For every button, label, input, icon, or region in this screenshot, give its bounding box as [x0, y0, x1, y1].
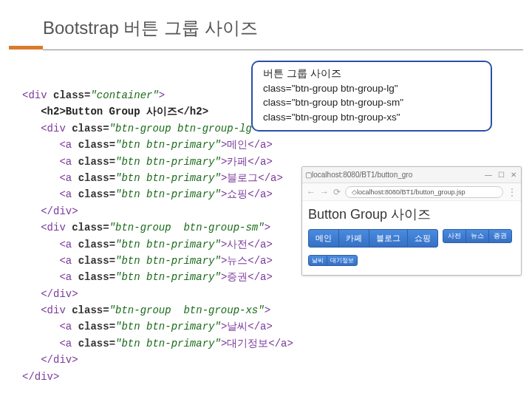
url-text: localhost:8080/BT1/button_group.jsp [357, 188, 466, 196]
btn-dict[interactable]: 사전 [443, 229, 466, 243]
code-text: > [159, 89, 165, 101]
page-icon: ▢ [305, 171, 312, 179]
code-text: class= [78, 239, 115, 250]
code-text: </div> [22, 205, 78, 217]
code-text: class= [78, 139, 115, 151]
code-text: >블로그</a> [221, 172, 283, 184]
code-text: </div> [22, 354, 78, 366]
callout-line: class="btn-group btn-group-xs" [263, 110, 480, 125]
code-text: "btn btn-primary" [115, 188, 221, 200]
code-text: "btn btn-primary" [115, 139, 221, 151]
code-text: "btn btn-primary" [115, 271, 221, 283]
code-text: >사전</a> [221, 239, 273, 250]
address-bar: ← → ⟳ ◇ localhost:8080/BT1/button_group.… [302, 183, 521, 201]
code-text: class= [78, 188, 115, 200]
accent-bar [9, 46, 43, 50]
code-text: "btn btn-primary" [115, 239, 221, 250]
page-heading: Button Group 사이즈 [308, 205, 515, 223]
code-text: class= [72, 123, 109, 134]
minimize-icon[interactable]: — [485, 171, 492, 179]
code-text: class= [78, 255, 115, 267]
browser-titlebar: ▢ localhost:8080/BT1/button_gro — ☐ ✕ [302, 167, 521, 183]
code-text: >대기정보</a> [221, 338, 293, 349]
btn-shopping[interactable]: 쇼핑 [407, 229, 438, 248]
reload-icon[interactable]: ⟳ [333, 187, 341, 197]
slide-title: Bootstrap 버튼 그룹 사이즈 [0, 0, 532, 46]
btn-group-sm: 사전 뉴스 증권 [443, 229, 512, 243]
btn-stock[interactable]: 증권 [488, 229, 512, 243]
code-text: class= [53, 89, 90, 101]
btn-cafe[interactable]: 카페 [338, 229, 369, 248]
btn-group-xs: 날씨 대기정보 [308, 255, 358, 266]
close-icon[interactable]: ✕ [511, 171, 516, 179]
code-text: <a [22, 172, 78, 184]
code-text: </div> [22, 371, 59, 383]
code-text: <a [22, 156, 78, 168]
code-text: "container" [90, 89, 158, 101]
btn-group-lg: 메인 카페 블로그 쇼핑 [308, 229, 438, 248]
code-text: "btn-group btn-group-sm" [109, 222, 265, 233]
code-text: <div [22, 123, 72, 134]
tab-title[interactable]: localhost:8080/BT1/button_gro [312, 171, 485, 179]
code-text: "btn btn-primary" [115, 338, 221, 349]
code-text: <a [22, 139, 78, 151]
code-text: class= [72, 222, 109, 233]
code-text: <div [22, 304, 72, 316]
btn-main[interactable]: 메인 [308, 229, 339, 248]
code-block: <div class="container"> <h2>Button Group… [22, 87, 293, 385]
code-text: class= [78, 338, 115, 349]
code-text: >카페</a> [221, 156, 273, 168]
code-text: > [265, 304, 270, 316]
code-text: >쇼핑</a> [221, 188, 273, 200]
code-text: class= [72, 304, 109, 316]
code-text: class= [78, 271, 115, 283]
code-text: <a [22, 255, 78, 267]
code-text: class= [78, 172, 115, 184]
code-text: "btn btn-primary" [115, 321, 221, 332]
btn-blog[interactable]: 블로그 [369, 229, 408, 248]
btn-news[interactable]: 뉴스 [466, 229, 489, 243]
btn-weather[interactable]: 날씨 [308, 255, 327, 266]
code-text: >메인</a> [221, 139, 273, 151]
code-text: <div [22, 222, 72, 233]
url-input[interactable]: ◇ localhost:8080/BT1/button_group.jsp [345, 186, 503, 198]
callout-box: 버튼 그룹 사이즈 class="btn-group btn-group-lg"… [251, 61, 492, 132]
callout-line: class="btn-group btn-group-lg" [263, 81, 480, 96]
code-text: "btn-group btn-group-lg" [109, 123, 259, 134]
code-text: class= [78, 321, 115, 332]
code-text: "btn btn-primary" [115, 156, 221, 168]
code-text: >뉴스</a> [221, 255, 273, 267]
back-icon[interactable]: ← [307, 187, 316, 197]
code-text: <a [22, 338, 78, 349]
code-text: <a [22, 321, 78, 332]
code-text: "btn-group btn-group-xs" [109, 304, 265, 316]
code-text: "btn btn-primary" [115, 172, 221, 184]
code-text: >증권</a> [221, 271, 273, 283]
code-text: <a [22, 239, 78, 250]
forward-icon[interactable]: → [320, 187, 329, 197]
divider-line [43, 50, 523, 50]
callout-line: class="btn-group btn-group-sm" [263, 95, 480, 110]
lock-icon: ◇ [352, 188, 357, 196]
code-text: class= [78, 156, 115, 168]
browser-body: Button Group 사이즈 메인 카페 블로그 쇼핑 사전 뉴스 증권 날… [302, 201, 521, 275]
callout-line: 버튼 그룹 사이즈 [263, 66, 480, 81]
code-text: > [265, 222, 270, 233]
code-text: </div> [22, 288, 78, 300]
code-text: <a [22, 271, 78, 283]
code-text: >날씨</a> [221, 321, 273, 332]
code-text: <div [22, 89, 53, 101]
browser-preview: ▢ localhost:8080/BT1/button_gro — ☐ ✕ ← … [301, 166, 522, 276]
menu-icon[interactable]: ⋮ [508, 187, 516, 197]
code-text: "btn btn-primary" [115, 255, 221, 267]
code-text: <a [22, 188, 78, 200]
code-text: <h2>Button Group 사이즈</h2> [22, 106, 208, 117]
btn-air[interactable]: 대기정보 [327, 255, 358, 266]
maximize-icon[interactable]: ☐ [498, 171, 505, 179]
